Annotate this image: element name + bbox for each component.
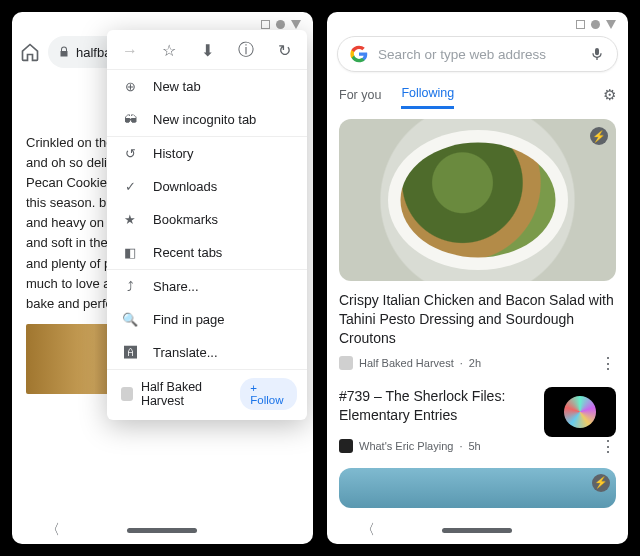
nav-bar: 〈 (327, 516, 628, 544)
back-icon[interactable]: 〈 (46, 521, 60, 539)
back-icon[interactable]: 〈 (361, 521, 375, 539)
devices-icon: ◧ (121, 245, 139, 260)
status-icon (261, 20, 270, 29)
menu-share[interactable]: ⤴Share... (107, 270, 307, 303)
status-icon (606, 20, 616, 29)
source-favicon (339, 356, 353, 370)
card-thumbnail (544, 387, 616, 437)
menu-incognito[interactable]: 🕶New incognito tab (107, 103, 307, 136)
card-time: 2h (469, 357, 481, 369)
home-pill[interactable] (127, 528, 197, 533)
menu-follow-row: Half Baked Harvest + Follow (107, 370, 307, 420)
menu-downloads[interactable]: ✓Downloads (107, 170, 307, 203)
feed-card[interactable]: #739 – The Sherlock Files: Elementary En… (339, 387, 616, 437)
menu-translate[interactable]: 🅰Translate... (107, 336, 307, 369)
refresh-icon[interactable]: ↻ (273, 41, 295, 60)
card-title: #739 – The Sherlock Files: Elementary En… (339, 387, 534, 425)
share-icon: ⤴ (121, 279, 139, 294)
card-meta: What's Eric Playing · 5h ⋮ (339, 437, 616, 456)
status-bar (327, 12, 628, 32)
search-placeholder: Search or type web address (378, 47, 579, 62)
search-box[interactable]: Search or type web address (337, 36, 618, 72)
amp-icon: ⚡ (590, 127, 608, 145)
star-icon[interactable]: ☆ (158, 41, 180, 60)
bookmark-icon: ★ (121, 212, 139, 227)
check-icon: ✓ (121, 179, 139, 194)
menu-recent-tabs[interactable]: ◧Recent tabs (107, 236, 307, 269)
feed: ⚡ Crispy Italian Chicken and Bacon Salad… (327, 109, 628, 516)
incognito-icon: 🕶 (121, 112, 139, 127)
translate-icon: 🅰 (121, 345, 139, 360)
search-icon: 🔍 (121, 312, 139, 327)
google-logo-icon (350, 45, 368, 63)
download-icon[interactable]: ⬇ (196, 41, 218, 60)
forward-icon: → (119, 42, 141, 60)
phone-left: halfba — H A L F H A R Crinkled on the o… (12, 12, 313, 544)
tab-following[interactable]: Following (401, 80, 454, 109)
phone-right: Search or type web address For you Follo… (327, 12, 628, 544)
feed-settings-icon[interactable]: ⚙ (603, 86, 616, 104)
mic-icon[interactable] (589, 46, 605, 62)
card-title[interactable]: Crispy Italian Chicken and Bacon Salad w… (339, 291, 616, 348)
card-time: 5h (468, 440, 480, 452)
status-bar (12, 12, 313, 32)
card-menu-icon[interactable]: ⋮ (600, 437, 616, 456)
card-menu-icon[interactable]: ⋮ (600, 354, 616, 373)
nav-bar: 〈 (12, 516, 313, 544)
amp-icon: ⚡ (592, 474, 610, 492)
plus-icon: ⊕ (121, 79, 139, 94)
card-meta: Half Baked Harvest · 2h ⋮ (339, 354, 616, 373)
status-icon (276, 20, 285, 29)
menu-find[interactable]: 🔍Find in page (107, 303, 307, 336)
menu-bookmarks[interactable]: ★Bookmarks (107, 203, 307, 236)
follow-button[interactable]: + Follow (240, 378, 297, 410)
feed-tabs: For you Following ⚙ (327, 80, 628, 109)
history-icon: ↺ (121, 146, 139, 161)
status-icon (591, 20, 600, 29)
card-source: What's Eric Playing (359, 440, 453, 452)
menu-new-tab[interactable]: ⊕New tab (107, 70, 307, 103)
status-icon (576, 20, 585, 29)
site-favicon (121, 387, 133, 401)
home-pill[interactable] (442, 528, 512, 533)
status-icon (291, 20, 301, 29)
card-hero-image[interactable]: ⚡ (339, 119, 616, 281)
lock-icon (58, 45, 70, 59)
info-icon[interactable]: ⓘ (235, 40, 257, 61)
site-name: Half Baked Harvest (141, 380, 232, 408)
card-source: Half Baked Harvest (359, 357, 454, 369)
source-favicon (339, 439, 353, 453)
menu-history[interactable]: ↺History (107, 137, 307, 170)
feed-card-peek[interactable]: ⚡ (339, 468, 616, 508)
overflow-menu: → ☆ ⬇ ⓘ ↻ ⊕New tab 🕶New incognito tab ↺H… (107, 30, 307, 420)
tab-for-you[interactable]: For you (339, 82, 381, 108)
home-icon[interactable] (20, 42, 40, 62)
menu-toolbar: → ☆ ⬇ ⓘ ↻ (107, 30, 307, 69)
